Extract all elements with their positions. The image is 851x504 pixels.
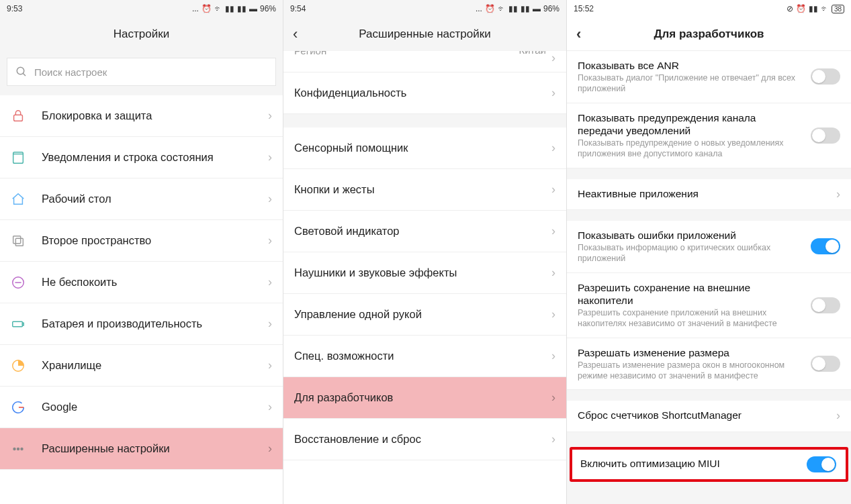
svg-point-13 [17,448,19,450]
search-input[interactable]: Поиск настроек [7,58,276,86]
status-dots-icon: ... [476,4,482,13]
row-label: Регион [294,51,519,58]
pane-advanced-settings: 9:54 ... ⏰ ᯤ ▮▮ ▮▮ ▬ 96% ‹ Расширенные н… [283,0,567,504]
chevron-right-icon: › [268,234,272,248]
google-icon [11,400,42,415]
row-desc: Показывать диалог "Приложение не отвечае… [578,73,803,94]
settings-list: Блокировка и защита›Уведомления и строка… [0,95,283,504]
battery-icon: ▬ [533,4,541,13]
developer-row[interactable]: Разрешать изменение размераРазрешать изм… [567,338,851,391]
chevron-right-icon: › [551,432,555,446]
advanced-row[interactable]: Спец. возможности› [283,336,566,377]
row-title: Разрешить сохранение на внешние накопите… [578,281,803,307]
status-right: ⊘ ⏰ ▮▮ ᯤ 38 [787,4,844,13]
settings-row[interactable]: Расширенные настройки› [0,428,283,470]
row-label: Управление одной рукой [294,307,546,321]
advanced-row[interactable]: Наушники и звуковые эффекты› [283,252,566,294]
advanced-row[interactable]: Конфиденциальность› [283,72,566,114]
chevron-right-icon: › [268,192,272,206]
row-label: Конфиденциальность [294,85,546,100]
advanced-row[interactable]: Световой индикатор› [283,211,566,252]
dual-icon [11,234,42,248]
status-dots-icon: ... [192,4,199,13]
developer-row[interactable]: Показывать все ANRПоказывать диалог "При… [567,51,851,103]
chevron-right-icon: › [268,358,272,372]
chevron-right-icon: › [551,349,555,363]
pane-developer-options: 15:52 ⊘ ⏰ ▮▮ ᯤ 38 ‹ Для разработчиков По… [567,0,851,504]
row-label: Рабочий стол [42,191,263,206]
page-title: Для разработчиков [654,28,764,41]
row-label: Второе пространство [42,233,263,248]
advanced-row[interactable]: Сенсорный помощник› [283,128,566,169]
back-button[interactable]: ‹ [576,26,581,43]
settings-row[interactable]: Хранилище› [0,345,283,387]
header: Настройки [0,17,283,51]
advanced-row[interactable]: Кнопки и жесты› [283,169,566,211]
chevron-right-icon: › [836,409,840,423]
settings-row[interactable]: Батарея и производительность› [0,303,283,345]
alarm-icon: ⏰ [485,4,495,13]
advanced-row[interactable]: Для разработчиков› [283,377,566,419]
svg-rect-9 [13,321,23,326]
wifi-icon: ᯤ [498,4,506,13]
alarm-icon: ⏰ [796,4,806,13]
dnd-icon [11,275,42,290]
settings-row[interactable]: Блокировка и защита› [0,95,283,137]
developer-row[interactable]: Включить оптимизацию MIUI [570,447,848,482]
row-label: Сенсорный помощник [294,140,546,155]
chevron-right-icon: › [268,442,272,456]
developer-row[interactable]: Показывать ошибки приложенийПоказывать и… [567,221,851,273]
row-text: Показывать предупреждения канала передач… [578,111,803,160]
developer-row[interactable]: Разрешить сохранение на внешние накопите… [567,273,851,338]
signal-icon: ▮▮ [809,4,818,13]
status-bar: 9:54 ... ⏰ ᯤ ▮▮ ▮▮ ▬ 96% [283,0,566,17]
chevron-right-icon: › [268,317,272,331]
home-icon [11,192,42,207]
chevron-right-icon: › [551,141,555,155]
advanced-row[interactable]: Восстановление и сброс› [283,419,566,460]
row-title: Разрешать изменение размера [578,346,803,359]
toggle-switch[interactable] [811,68,840,85]
toggle-switch[interactable] [807,456,836,472]
svg-rect-10 [22,323,24,325]
row-region-partial[interactable]: Регион Китай › [283,51,566,72]
row-title: Неактивные приложения [578,187,828,200]
settings-row[interactable]: Рабочий стол› [0,179,283,220]
back-button[interactable]: ‹ [293,26,298,43]
toggle-switch[interactable] [811,297,840,313]
advanced-row[interactable]: Управление одной рукой› [283,294,566,336]
row-label: Для разработчиков [294,390,546,405]
developer-row[interactable]: Неактивные приложения› [567,179,851,210]
chevron-right-icon: › [551,183,555,197]
chevron-right-icon: › [551,224,555,238]
advanced-list: Регион Китай › Конфиденциальность›Сенсор… [283,51,566,504]
signal-icon-2: ▮▮ [237,4,247,13]
status-bar: 9:53 ... ⏰ ᯤ ▮▮ ▮▮ ▬ 96% [0,0,283,17]
settings-row[interactable]: Google› [0,387,283,428]
settings-row[interactable]: Не беспокоить› [0,262,283,303]
page-title: Расширенные настройки [359,28,490,41]
toggle-switch[interactable] [811,356,840,372]
settings-row[interactable]: Уведомления и строка состояния› [0,137,283,179]
developer-list: Показывать все ANRПоказывать диалог "При… [567,51,851,504]
settings-row[interactable]: Второе пространство› [0,220,283,262]
developer-row[interactable]: Показывать предупреждения канала передач… [567,103,851,168]
svg-point-12 [13,448,15,450]
toggle-switch[interactable] [811,128,840,144]
chevron-right-icon: › [551,51,555,65]
row-label: Расширенные настройки [42,441,263,456]
svg-point-0 [17,67,24,74]
svg-rect-6 [15,238,23,246]
row-desc: Разрешить сохранение приложений на внешн… [578,308,803,329]
row-title: Показывать предупреждения канала передач… [578,111,803,138]
row-value: Китай [519,51,546,56]
page-title: Настройки [114,28,169,41]
dnd-icon: ⊘ [787,4,793,13]
toggle-switch[interactable] [811,238,840,254]
section-gap [567,390,851,401]
chevron-right-icon: › [268,150,272,164]
developer-row[interactable]: Сброс счетчиков ShortcutManager› [567,401,851,432]
row-label: Световой индикатор [294,223,546,238]
chevron-right-icon: › [268,400,272,414]
row-label: Блокировка и защита [42,108,263,123]
